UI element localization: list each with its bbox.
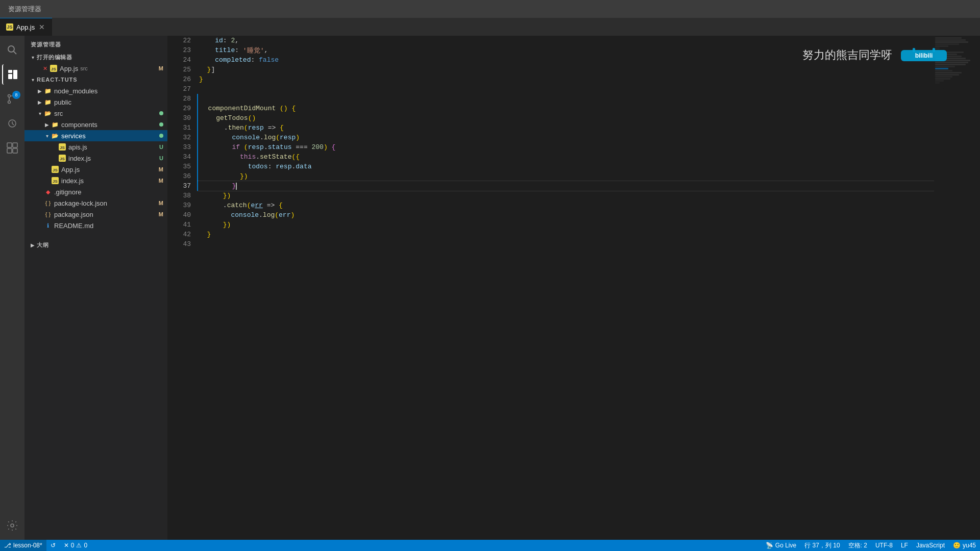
package-lock-file[interactable]: { } package-lock.json M: [24, 197, 167, 209]
open-editors-chevron: ▾: [29, 53, 37, 61]
open-editors-section[interactable]: ▾ 打开的编辑器: [24, 52, 167, 63]
tab-close-button[interactable]: ✕: [38, 23, 46, 31]
gitignore-file[interactable]: ◆ .gitignore: [24, 186, 167, 197]
services-index-js-file[interactable]: JS index.js U: [24, 153, 167, 164]
apis-js-file[interactable]: JS apis.js U: [24, 141, 167, 153]
editor-area: 22 23 24 25 26 27 28 29 30 31 32 33 34 3…: [167, 36, 980, 540]
user-label: yu45: [963, 542, 976, 549]
code-editor[interactable]: id: 2, title: '睡觉', completed: false }] …: [197, 36, 934, 540]
feedback-status[interactable]: 🙂 yu45: [949, 540, 980, 551]
svg-point-0: [8, 46, 14, 52]
svg-text:JS: JS: [53, 168, 58, 172]
outline-toggle[interactable]: ▶ 大纲: [24, 239, 167, 251]
open-editor-app-js[interactable]: ✕ JS App.js src M: [24, 63, 167, 74]
tab-app-js[interactable]: JS App.js ✕: [0, 18, 52, 36]
readme-file[interactable]: ℹ README.md: [24, 220, 167, 231]
package-lock-label: package-lock.json: [54, 199, 107, 207]
json-file-icon: { }: [44, 210, 52, 218]
code-line-31: .then(resp => {: [197, 123, 934, 133]
line-num-25: 25: [167, 65, 191, 74]
src-folder[interactable]: ▾ 📂 src: [24, 108, 167, 119]
code-line-29: componentDidMount () {: [197, 104, 934, 113]
code-line-26: }: [197, 74, 934, 84]
extensions-activity-icon[interactable]: [2, 138, 22, 158]
minimap: ········································…: [934, 36, 980, 540]
services-folder[interactable]: ▾ 📂 services: [24, 130, 167, 141]
js-icon: JS: [50, 64, 58, 72]
code-line-35: todos: resp.data: [197, 162, 934, 171]
git-activity-icon[interactable]: 8: [2, 89, 22, 109]
components-chevron: ▶: [43, 120, 51, 129]
modified-badge: M: [159, 65, 163, 71]
open-file-name: App.js: [60, 65, 78, 72]
cursor-position[interactable]: 行 37，列 10: [800, 540, 844, 551]
git-branch-label: lesson-08*: [13, 542, 42, 549]
line-num-28: 28: [167, 94, 191, 104]
app-js-file[interactable]: JS App.js M: [24, 164, 167, 175]
git-branch-status[interactable]: ⎇ lesson-08*: [0, 540, 46, 551]
language-label: JavaScript: [916, 542, 945, 549]
debug-activity-icon[interactable]: [2, 113, 22, 134]
public-chevron: ▶: [36, 98, 44, 106]
components-label: components: [61, 121, 97, 129]
js-file-icon: JS: [51, 177, 59, 185]
smiley-icon: 🙂: [953, 542, 961, 549]
encoding-status[interactable]: UTF-8: [871, 540, 897, 551]
code-line-33: if (resp.status === 200) {: [197, 142, 934, 152]
code-line-39: .catch(err => {: [197, 201, 934, 210]
outline-chevron: ▶: [29, 241, 37, 249]
settings-activity-icon[interactable]: [2, 515, 22, 536]
src-chevron: ▾: [36, 109, 44, 117]
code-line-42: }: [197, 230, 934, 239]
status-bar: ⎇ lesson-08* ↺ ✕ 0 ⚠ 0 📡 Go Live 行 37，列 …: [0, 540, 980, 551]
services-chevron: ▾: [43, 132, 51, 140]
code-line-30: getTodos(): [197, 113, 934, 123]
components-modified-dot: [159, 122, 163, 127]
live-icon: 📡: [766, 542, 773, 549]
line-num-26: 26: [167, 74, 191, 84]
line-num-36: 36: [167, 171, 191, 181]
open-editors-label: 打开的编辑器: [37, 54, 72, 61]
js-file-icon: JS: [51, 165, 59, 173]
svg-text:JS: JS: [60, 157, 65, 161]
errors-status[interactable]: ✕ 0 ⚠ 0: [60, 540, 91, 551]
line-num-32: 32: [167, 133, 191, 142]
code-line-28: [197, 94, 934, 104]
close-icon[interactable]: ✕: [43, 65, 47, 72]
svg-text:JS: JS: [51, 67, 56, 71]
line-num-29: 29: [167, 104, 191, 113]
open-file-path: src: [80, 65, 88, 71]
code-line-25: }]: [197, 65, 934, 74]
code-line-37: }: [197, 181, 934, 191]
folder-icon: 📁: [44, 98, 52, 106]
line-num-35: 35: [167, 162, 191, 171]
src-index-js-file[interactable]: JS index.js M: [24, 175, 167, 186]
line-num-43: 43: [167, 239, 191, 249]
outline-section: ▶ 大纲: [24, 239, 167, 251]
components-folder[interactable]: ▶ 📁 components: [24, 119, 167, 130]
project-root[interactable]: ▾ REACT-TUTS: [24, 74, 167, 85]
md-file-icon: ℹ: [44, 221, 52, 230]
svg-rect-12: [13, 148, 17, 153]
package-json-file[interactable]: { } package.json M: [24, 209, 167, 220]
search-activity-icon[interactable]: [2, 40, 22, 60]
git-badge: 8: [12, 91, 20, 99]
apis-js-label: apis.js: [68, 143, 87, 151]
public-folder[interactable]: ▶ 📁 public: [24, 96, 167, 108]
explorer-activity-icon[interactable]: [2, 64, 22, 85]
line-numbers: 22 23 24 25 26 27 28 29 30 31 32 33 34 3…: [167, 36, 197, 540]
line-ending-status[interactable]: LF: [897, 540, 912, 551]
code-line-41: }): [197, 220, 934, 230]
line-num-38: 38: [167, 191, 191, 201]
services-index-badge: U: [159, 155, 163, 161]
language-status[interactable]: JavaScript: [912, 540, 949, 551]
line-num-41: 41: [167, 220, 191, 230]
go-live-button[interactable]: 📡 Go Live: [762, 540, 800, 551]
spaces-label: 空格: 2: [848, 541, 867, 550]
code-line-34: this.setState({: [197, 152, 934, 162]
code-line-38: }): [197, 191, 934, 201]
indentation-status[interactable]: 空格: 2: [844, 540, 871, 551]
sync-status[interactable]: ↺: [46, 540, 60, 551]
folder-icon: 📁: [51, 120, 59, 129]
node-modules-folder[interactable]: ▶ 📁 node_modules: [24, 85, 167, 96]
